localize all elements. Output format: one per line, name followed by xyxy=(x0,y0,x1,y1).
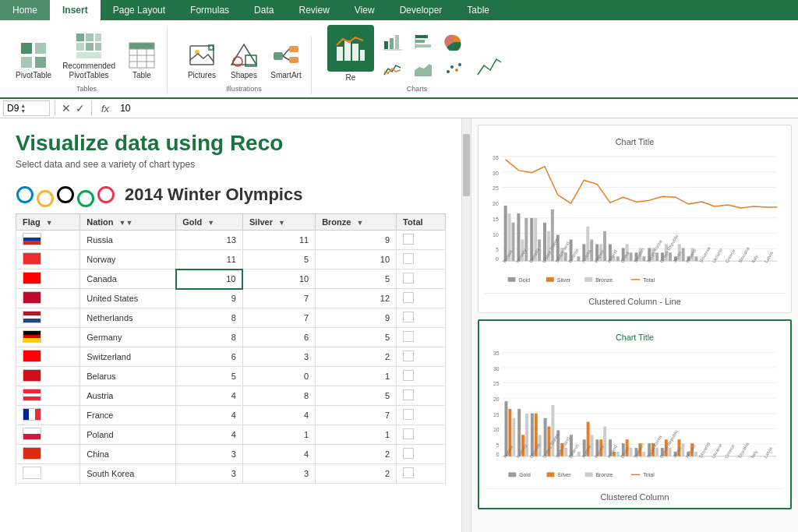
pictures-button[interactable]: Pictures xyxy=(183,38,221,82)
checkbox[interactable] xyxy=(403,273,414,284)
cell-silver[interactable]: 6 xyxy=(242,328,315,347)
cell-flag[interactable] xyxy=(16,308,80,328)
checkbox[interactable] xyxy=(403,234,414,245)
cell-bronze[interactable]: 7 xyxy=(316,406,397,425)
cell-nation[interactable]: South Korea xyxy=(80,464,176,484)
tab-table[interactable]: Table xyxy=(454,0,502,20)
col-bronze[interactable]: Bronze ▼ xyxy=(316,214,397,231)
cell-gold[interactable]: 3 xyxy=(176,464,243,484)
cell-flag[interactable] xyxy=(16,386,80,406)
shapes-button[interactable]: Shapes xyxy=(225,38,263,82)
cell-bronze[interactable]: 1 xyxy=(316,367,397,386)
cell-flag[interactable] xyxy=(16,289,80,308)
table-button[interactable]: Table xyxy=(123,38,161,82)
cell-flag[interactable] xyxy=(16,347,80,367)
tab-view[interactable]: View xyxy=(342,0,387,20)
recommended-pivottables-button[interactable]: RecommendedPivotTables xyxy=(59,29,118,82)
cell-total[interactable] xyxy=(397,367,446,386)
cell-gold[interactable]: 13 xyxy=(176,231,243,250)
line-chart-button[interactable] xyxy=(379,57,407,82)
cell-bronze[interactable]: 9 xyxy=(316,308,397,328)
cell-total[interactable] xyxy=(397,328,446,347)
cell-gold[interactable]: 10 xyxy=(176,270,243,289)
cell-gold[interactable]: 11 xyxy=(176,250,243,270)
col-silver[interactable]: Silver ▼ xyxy=(242,214,315,231)
cell-bronze[interactable]: 5 xyxy=(316,386,397,406)
chart-card-clustered-column-line[interactable]: Chart Title 35 30 25 20 15 10 5 0 xyxy=(478,125,792,313)
cell-total[interactable] xyxy=(397,425,446,445)
col-nation[interactable]: Nation ▼▼ xyxy=(80,214,176,231)
cell-nation[interactable]: Norway xyxy=(80,250,176,270)
tab-home[interactable]: Home xyxy=(0,0,50,20)
cell-total[interactable] xyxy=(397,270,446,289)
cell-total[interactable] xyxy=(397,347,446,367)
checkbox[interactable] xyxy=(403,448,414,459)
cell-total[interactable] xyxy=(397,250,446,270)
cell-total[interactable] xyxy=(397,231,446,250)
cell-total[interactable] xyxy=(397,406,446,425)
column-chart-button[interactable] xyxy=(379,30,407,55)
cell-silver[interactable]: 11 xyxy=(242,231,315,250)
cell-silver[interactable]: 8 xyxy=(242,386,315,406)
smartart-button[interactable]: SmartArt xyxy=(267,38,305,82)
cell-flag[interactable] xyxy=(16,231,80,250)
cell-flag[interactable] xyxy=(16,425,80,445)
cell-nation[interactable]: Netherlands xyxy=(80,308,176,328)
checkbox[interactable] xyxy=(403,389,414,400)
cell-silver[interactable]: 7 xyxy=(242,289,315,308)
cell-bronze[interactable]: 1 xyxy=(316,425,397,445)
pie-chart-button[interactable] xyxy=(440,30,468,55)
bar-chart-button[interactable] xyxy=(409,30,437,55)
gold-filter-icon[interactable]: ▼ xyxy=(207,219,214,227)
chart-card-clustered-column[interactable]: Chart Title 35 30 25 20 15 10 5 0 xyxy=(478,319,792,509)
cell-silver[interactable]: 1 xyxy=(242,425,315,445)
tab-review[interactable]: Review xyxy=(286,0,341,20)
cell-silver[interactable]: 7 xyxy=(242,308,315,328)
cell-flag[interactable] xyxy=(16,250,80,270)
cell-silver[interactable]: 4 xyxy=(242,406,315,425)
cell-bronze[interactable]: 9 xyxy=(316,231,397,250)
cell-total[interactable] xyxy=(397,445,446,464)
cell-bronze[interactable]: 5 xyxy=(316,270,397,289)
area-chart-button[interactable] xyxy=(409,57,437,82)
cell-silver[interactable]: 3 xyxy=(242,464,315,484)
sparkline-button[interactable] xyxy=(472,51,507,82)
checkbox[interactable] xyxy=(403,292,414,303)
nation-filter-icon[interactable]: ▼▼ xyxy=(119,219,133,227)
cell-flag[interactable] xyxy=(16,270,80,289)
cell-flag[interactable] xyxy=(16,445,80,464)
checkbox[interactable] xyxy=(403,409,414,420)
checkbox[interactable] xyxy=(403,428,414,439)
checkbox[interactable] xyxy=(403,467,414,478)
cell-nation[interactable]: United States xyxy=(80,289,176,308)
cell-nation[interactable]: France xyxy=(80,406,176,425)
flag-filter-icon[interactable]: ▼ xyxy=(46,219,53,227)
cell-total[interactable] xyxy=(397,464,446,484)
cell-nation[interactable]: Poland xyxy=(80,425,176,445)
scatter-chart-button[interactable] xyxy=(440,57,468,82)
cell-bronze[interactable]: 2 xyxy=(316,445,397,464)
tab-page-layout[interactable]: Page Layout xyxy=(101,0,178,20)
checkbox[interactable] xyxy=(403,312,414,322)
cell-flag[interactable] xyxy=(16,406,80,425)
cell-silver[interactable]: 0 xyxy=(242,367,315,386)
cell-silver[interactable]: 4 xyxy=(242,445,315,464)
cell-silver[interactable]: 3 xyxy=(242,347,315,367)
cell-gold[interactable]: 4 xyxy=(176,425,243,445)
confirm-formula-button[interactable]: ✓ xyxy=(74,102,87,115)
tab-formulas[interactable]: Formulas xyxy=(178,0,242,20)
cancel-formula-button[interactable]: ✕ xyxy=(60,102,72,115)
recommended-charts-button[interactable] xyxy=(327,25,374,72)
name-box[interactable]: D9 ▲ ▼ xyxy=(3,100,50,116)
cell-gold[interactable]: 9 xyxy=(176,289,243,308)
cell-gold[interactable]: 4 xyxy=(176,406,243,425)
checkbox[interactable] xyxy=(403,253,414,264)
cell-gold[interactable]: 3 xyxy=(176,445,243,464)
cell-gold[interactable]: 8 xyxy=(176,328,243,347)
checkbox[interactable] xyxy=(403,351,414,361)
cell-gold[interactable]: 6 xyxy=(176,347,243,367)
tab-insert[interactable]: Insert xyxy=(50,0,101,20)
bronze-filter-icon[interactable]: ▼ xyxy=(356,219,363,227)
cell-nation[interactable]: Switzerland xyxy=(80,347,176,367)
pivot-table-button[interactable]: PivotTable xyxy=(12,38,55,82)
